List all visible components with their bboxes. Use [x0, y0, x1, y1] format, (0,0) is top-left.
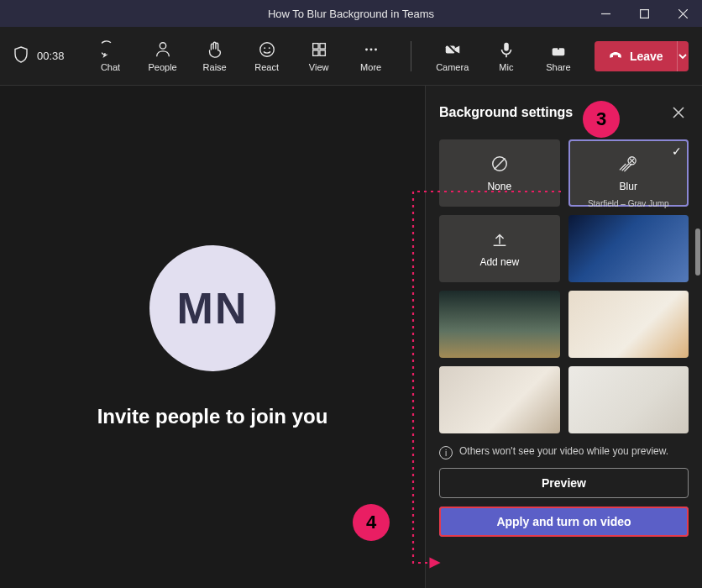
leave-button[interactable]: Leave	[595, 41, 677, 71]
svg-rect-17	[504, 42, 509, 50]
none-icon	[490, 155, 509, 176]
raise-button[interactable]: Raise	[192, 35, 238, 77]
svg-rect-9	[320, 43, 325, 48]
shield-icon[interactable]	[13, 46, 29, 66]
svg-point-7	[268, 47, 270, 49]
svg-rect-1	[640, 9, 648, 18]
react-icon	[258, 40, 276, 59]
bg-tile-image-3[interactable]	[568, 291, 689, 358]
toolbar-divider	[411, 41, 411, 71]
svg-point-6	[264, 47, 265, 49]
view-icon	[310, 40, 328, 59]
call-timer: 00:38	[37, 50, 65, 62]
panel-scrollbar[interactable]	[695, 228, 700, 276]
window-title: How To Blur Background in Teams	[268, 8, 434, 20]
more-button[interactable]: More	[348, 35, 394, 77]
minimize-button[interactable]	[586, 0, 625, 27]
svg-rect-10	[312, 50, 317, 55]
leave-button-group: Leave	[595, 41, 689, 71]
background-settings-panel: Background settings None ✓ Blur Starfiel…	[425, 86, 702, 588]
apply-button[interactable]: Apply and turn on video	[439, 507, 689, 537]
svg-line-22	[494, 158, 505, 169]
background-grid: None ✓ Blur Starfield – Grav Jump Add ne…	[439, 139, 689, 433]
chat-button[interactable]: Chat	[88, 35, 134, 77]
invite-prompt: Invite people to join you	[97, 405, 328, 428]
tile-label: Add new	[479, 256, 519, 268]
mic-button[interactable]: Mic	[484, 35, 529, 77]
svg-rect-11	[320, 50, 325, 55]
react-button[interactable]: React	[244, 35, 290, 77]
bg-tile-image-2[interactable]	[439, 291, 560, 358]
svg-point-5	[259, 42, 274, 56]
leave-options-button[interactable]	[677, 41, 689, 71]
close-button[interactable]	[663, 0, 702, 27]
people-icon	[154, 40, 172, 59]
apply-label: Apply and turn on video	[496, 515, 631, 528]
participant-avatar: MN	[149, 245, 275, 371]
hangup-icon	[608, 47, 623, 65]
share-button[interactable]: Share	[536, 35, 581, 77]
view-button[interactable]: View	[296, 35, 342, 77]
annotation-step-4: 4	[353, 504, 390, 541]
panel-title: Background settings	[439, 105, 573, 120]
blur-icon	[618, 155, 638, 176]
bg-tile-image-1[interactable]	[568, 215, 689, 282]
tile-label: None	[487, 181, 511, 192]
preview-label: Preview	[542, 476, 586, 490]
avatar-initials: MN	[177, 283, 249, 333]
preview-info: i Others won't see your video while you …	[439, 445, 689, 459]
call-toolbar: 00:38 Chat People Raise React View More …	[0, 27, 702, 86]
maximize-button[interactable]	[625, 0, 663, 27]
bg-tile-image-5[interactable]	[568, 366, 689, 433]
svg-point-12	[365, 48, 368, 50]
svg-point-14	[375, 48, 377, 50]
bg-tile-add-new[interactable]: Add new	[439, 215, 560, 282]
bg-tile-image-4[interactable]	[439, 366, 560, 433]
check-icon: ✓	[672, 144, 682, 158]
panel-close-button[interactable]	[668, 102, 689, 123]
info-icon: i	[439, 446, 453, 459]
preview-button[interactable]: Preview	[439, 468, 689, 498]
mic-icon	[497, 40, 516, 59]
annotation-step-3: 3	[583, 101, 620, 138]
svg-point-4	[160, 42, 165, 48]
camera-off-icon	[443, 40, 462, 59]
content-area: MN Invite people to join you Background …	[0, 86, 702, 588]
more-icon	[362, 40, 380, 59]
bg-tile-blur[interactable]: ✓ Blur Starfield – Grav Jump	[568, 139, 689, 207]
svg-point-13	[369, 48, 372, 50]
raise-hand-icon	[206, 40, 224, 59]
window-controls	[586, 0, 702, 27]
share-icon	[549, 40, 568, 59]
tile-subcaption: Starfield – Grav Jump	[568, 199, 689, 208]
leave-label: Leave	[630, 50, 663, 63]
people-button[interactable]: People	[140, 35, 186, 77]
svg-rect-8	[312, 43, 317, 48]
title-bar: How To Blur Background in Teams	[0, 0, 702, 27]
bg-tile-none[interactable]: None	[439, 139, 560, 207]
tile-label: Blur	[620, 181, 637, 192]
info-text: Others won't see your video while you pr…	[459, 445, 668, 457]
camera-button[interactable]: Camera	[428, 35, 477, 77]
upload-icon	[490, 230, 509, 251]
chat-icon	[102, 40, 120, 59]
